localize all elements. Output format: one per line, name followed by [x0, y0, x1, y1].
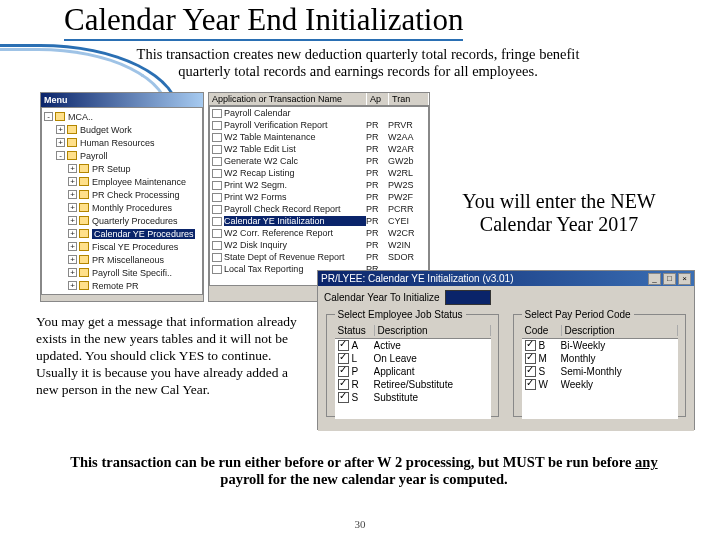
- job-status-group: Select Employee Job Status Status Descri…: [326, 309, 499, 417]
- doc-icon: [212, 121, 222, 130]
- checkbox[interactable]: [338, 353, 349, 364]
- pay-period-legend: Select Pay Period Code: [522, 309, 634, 320]
- doc-icon: [212, 181, 222, 190]
- pay-period-col-code: Code: [522, 325, 562, 336]
- tree-root[interactable]: -MCA..: [44, 110, 200, 123]
- list-col-tran: Tran: [389, 93, 429, 105]
- job-status-col-desc: Description: [375, 325, 491, 336]
- group-row[interactable]: SSemi-Monthly: [522, 365, 678, 378]
- doc-icon: [212, 217, 222, 226]
- list-row[interactable]: Print W2 FormsPRPW2F: [210, 191, 428, 203]
- doc-icon: [212, 205, 222, 214]
- tree-subnode[interactable]: +PR Check Processing: [44, 188, 200, 201]
- job-status-list[interactable]: AActiveLOn LeavePApplicantRRetiree/Subst…: [335, 339, 491, 419]
- tree-subnode[interactable]: +Payroll Site Specifi..: [44, 266, 200, 279]
- list-col-name: Application or Transaction Name: [209, 93, 367, 105]
- list-row[interactable]: Payroll Check Record ReportPRPCRR: [210, 203, 428, 215]
- subtitle-line1: This transaction creates new deduction q…: [137, 46, 580, 62]
- menu-title-text: Menu: [44, 95, 68, 105]
- job-status-legend: Select Employee Job Status: [335, 309, 466, 320]
- list-row[interactable]: W2 Table Edit ListPRW2AR: [210, 143, 428, 155]
- cyei-dialog: PR/LYEE: Calendar YE Initialization (v3.…: [317, 270, 695, 430]
- tree-subnode[interactable]: +PR Miscellaneous: [44, 253, 200, 266]
- calendar-year-label: Calendar Year To Initialize: [324, 292, 439, 303]
- page-number: 30: [0, 518, 720, 530]
- menu-tree-panel: Menu -MCA..+Budget Work+Human Resources-…: [40, 92, 204, 302]
- group-row[interactable]: SSubstitute: [335, 391, 491, 404]
- close-icon[interactable]: ×: [678, 273, 691, 285]
- checkbox[interactable]: [525, 353, 536, 364]
- checkbox[interactable]: [525, 340, 536, 351]
- list-row[interactable]: W2 Recap ListingPRW2RL: [210, 167, 428, 179]
- list-row[interactable]: State Dept of Revenue ReportPRSDOR: [210, 251, 428, 263]
- list-row[interactable]: Print W2 Segm.PRPW2S: [210, 179, 428, 191]
- checkbox[interactable]: [338, 392, 349, 403]
- group-row[interactable]: WWeekly: [522, 378, 678, 391]
- doc-icon: [212, 229, 222, 238]
- tree-subnode[interactable]: +Monthly Procedures: [44, 201, 200, 214]
- doc-icon: [212, 145, 222, 154]
- callout-line2: Calendar Year 2017: [480, 213, 638, 235]
- group-row[interactable]: LOn Leave: [335, 352, 491, 365]
- checkbox[interactable]: [525, 379, 536, 390]
- subtitle-line2: quarterly total records and earnings rec…: [178, 63, 538, 79]
- tree-node[interactable]: +Project Accounting: [44, 292, 200, 295]
- pay-period-group: Select Pay Period Code Code Description …: [513, 309, 686, 417]
- note-text: You may get a message that information a…: [36, 314, 304, 398]
- tree-node[interactable]: +Budget Work: [44, 123, 200, 136]
- checkbox[interactable]: [338, 340, 349, 351]
- footer-note: This transaction can be run either befor…: [56, 454, 672, 488]
- list-row[interactable]: Payroll Verification ReportPRPRVR: [210, 119, 428, 131]
- minimize-icon[interactable]: _: [648, 273, 661, 285]
- page-title: Calendar Year End Initialization: [64, 2, 463, 41]
- list-row[interactable]: Generate W2 CalcPRGW2b: [210, 155, 428, 167]
- group-row[interactable]: BBi-Weekly: [522, 339, 678, 352]
- list-col-ap: Ap: [367, 93, 389, 105]
- list-row[interactable]: Payroll Calendar: [210, 107, 428, 119]
- list-header: Application or Transaction Name Ap Tran: [209, 93, 429, 106]
- doc-icon: [212, 157, 222, 166]
- list-row[interactable]: W2 Disk InquiryPRW2IN: [210, 239, 428, 251]
- tree-subnode[interactable]: +Quarterly Procedures: [44, 214, 200, 227]
- tree-subnode[interactable]: +PR Setup: [44, 162, 200, 175]
- doc-icon: [212, 241, 222, 250]
- pay-period-col-desc: Description: [562, 325, 678, 336]
- group-row[interactable]: RRetiree/Substitute: [335, 378, 491, 391]
- doc-icon: [212, 193, 222, 202]
- footer-a: This transaction can be run either befor…: [70, 454, 635, 470]
- dialog-title-text: PR/LYEE: Calendar YE Initialization (v3.…: [321, 273, 514, 284]
- tree-subnode[interactable]: +Calendar YE Procedures: [44, 227, 200, 240]
- maximize-icon[interactable]: □: [663, 273, 676, 285]
- group-row[interactable]: PApplicant: [335, 365, 491, 378]
- tree-node[interactable]: -Payroll: [44, 149, 200, 162]
- checkbox[interactable]: [338, 366, 349, 377]
- tree-subnode[interactable]: +Fiscal YE Procedures: [44, 240, 200, 253]
- checkbox[interactable]: [338, 379, 349, 390]
- calendar-year-input[interactable]: [445, 290, 491, 305]
- footer-any: any: [635, 454, 658, 470]
- transaction-list[interactable]: Payroll CalendarPayroll Verification Rep…: [209, 106, 429, 286]
- doc-icon: [212, 169, 222, 178]
- group-row[interactable]: AActive: [335, 339, 491, 352]
- tree-node[interactable]: +Human Resources: [44, 136, 200, 149]
- doc-icon: [212, 109, 222, 118]
- doc-icon: [212, 265, 222, 274]
- group-row[interactable]: MMonthly: [522, 352, 678, 365]
- pay-period-list[interactable]: BBi-WeeklyMMonthlySSemi-MonthlyWWeekly: [522, 339, 678, 419]
- subtitle: This transaction creates new deduction q…: [78, 46, 638, 80]
- footer-b: payroll for the new calendar year is com…: [220, 471, 507, 487]
- menu-titlebar: Menu: [41, 93, 203, 107]
- job-status-col-status: Status: [335, 325, 375, 336]
- list-row[interactable]: Calendar YE InitializationPRCYEI: [210, 215, 428, 227]
- doc-icon: [212, 253, 222, 262]
- dialog-titlebar: PR/LYEE: Calendar YE Initialization (v3.…: [318, 271, 694, 286]
- tree-subnode[interactable]: +Employee Maintenance: [44, 175, 200, 188]
- menu-tree[interactable]: -MCA..+Budget Work+Human Resources-Payro…: [41, 107, 203, 295]
- callout-text: You will enter the NEW Calendar Year 201…: [434, 190, 684, 236]
- doc-icon: [212, 133, 222, 142]
- list-row[interactable]: W2 Corr. Reference ReportPRW2CR: [210, 227, 428, 239]
- tree-subnode[interactable]: +Remote PR: [44, 279, 200, 292]
- list-row[interactable]: W2 Table MaintenancePRW2AA: [210, 131, 428, 143]
- callout-line1: You will enter the NEW: [462, 190, 656, 212]
- checkbox[interactable]: [525, 366, 536, 377]
